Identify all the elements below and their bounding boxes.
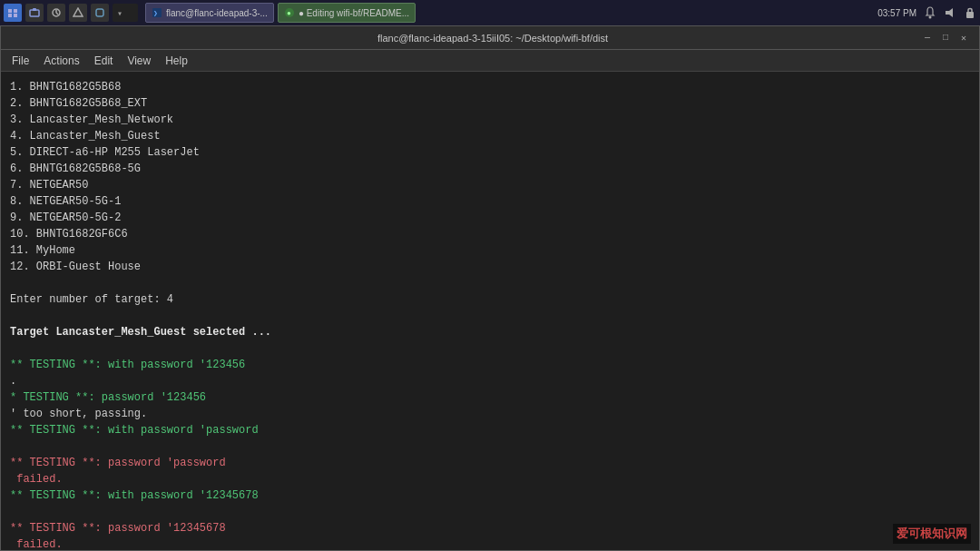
svg-text:❯: ❯	[153, 9, 158, 17]
terminal-title: flanc@flanc-ideapad-3-15iiI05: ~/Desktop…	[64, 33, 921, 44]
menu-file[interactable]: File	[5, 53, 36, 69]
svg-rect-19	[966, 12, 974, 18]
terminal-line: 8. NETGEAR50-5G-1	[10, 193, 970, 210]
terminal-line: ** TESTING **: password '12345678	[10, 520, 970, 536]
taskbar-terminal-button[interactable]: ❯ flanc@flanc-ideapad-3-...	[145, 3, 274, 23]
terminal-line: ' too short, passing.	[10, 406, 970, 422]
terminal-output[interactable]: 1. BHNTG1682G5B682. BHNTG1682G5B68_EXT3.…	[1, 72, 979, 550]
taskbar-icon-2[interactable]	[25, 4, 44, 22]
svg-line-8	[56, 13, 58, 15]
terminal-line	[10, 308, 970, 324]
terminal-line: Target Lancaster_Mesh_Guest selected ...	[10, 324, 970, 340]
menu-bar: File Actions Edit View Help	[1, 50, 979, 72]
svg-rect-10	[96, 9, 103, 16]
terminal-line: * TESTING **: password '123456	[10, 389, 970, 406]
terminal-line: 7. NETGEAR50	[10, 177, 970, 193]
notification-icon[interactable]	[924, 6, 936, 19]
terminal-line: failed.	[10, 536, 970, 550]
taskbar-terminal-label: flanc@flanc-ideapad-3-...	[166, 8, 268, 18]
svg-rect-0	[8, 9, 12, 13]
terminal-line: ** TESTING **: with password 'password	[10, 422, 970, 438]
svg-text:▾: ▾	[117, 9, 122, 18]
terminal-line: 9. NETGEAR50-5G-2	[10, 210, 970, 226]
terminal-line: 4. Lancaster_Mesh_Guest	[10, 128, 970, 144]
lock-icon[interactable]	[964, 6, 976, 19]
svg-marker-9	[74, 8, 83, 16]
terminal-line: 2. BHNTG1682G5B68_EXT	[10, 95, 970, 112]
close-button[interactable]: ✕	[957, 32, 970, 44]
taskbar-icon-3[interactable]	[47, 4, 65, 22]
taskbar-icon-1[interactable]	[4, 4, 22, 22]
taskbar-system-icons: ▾	[4, 4, 138, 22]
speaker-icon[interactable]	[944, 6, 956, 19]
svg-rect-17	[946, 11, 949, 15]
taskbar-icon-5[interactable]	[91, 4, 109, 22]
terminal-line: 12. ORBI-Guest House	[10, 259, 970, 275]
taskbar-icon-4[interactable]	[69, 4, 87, 22]
terminal-line: 6. BHNTG1682G5B68-5G	[10, 161, 970, 177]
terminal-line: ** TESTING **: with password '12345678	[10, 487, 970, 504]
svg-rect-5	[33, 8, 36, 11]
menu-view[interactable]: View	[120, 53, 158, 69]
terminal-line: 11. MyHome	[10, 242, 970, 259]
menu-actions[interactable]: Actions	[36, 53, 86, 69]
terminal-line: ** TESTING **: password 'password	[10, 455, 970, 471]
svg-marker-18	[949, 8, 953, 17]
svg-rect-1	[14, 9, 17, 13]
taskbar-editor-button[interactable]: ● ● Editing wifi-bf/README...	[278, 3, 416, 23]
terminal-window: flanc@flanc-ideapad-3-15iiI05: ~/Desktop…	[0, 25, 980, 551]
watermark: 爱可根知识网	[893, 524, 971, 544]
window-controls: — □ ✕	[921, 32, 970, 44]
terminal-line: 1. BHNTG1682G5B68	[10, 79, 970, 95]
minimize-button[interactable]: —	[921, 32, 934, 44]
svg-rect-4	[30, 10, 39, 16]
terminal-line: ** TESTING **: with password '123456	[10, 357, 970, 373]
menu-help[interactable]: Help	[158, 53, 195, 69]
terminal-line	[10, 275, 970, 291]
svg-rect-2	[8, 14, 12, 17]
taskbar-editor-label: ● Editing wifi-bf/README...	[299, 8, 409, 18]
taskbar-right-area: 03:57 PM	[877, 6, 976, 19]
taskbar-time: 03:57 PM	[877, 8, 916, 18]
terminal-line: Enter number of target: 4	[10, 291, 970, 308]
taskbar: ▾ ❯ flanc@flanc-ideapad-3-... ● ● Editin…	[0, 0, 980, 25]
terminal-titlebar: flanc@flanc-ideapad-3-15iiI05: ~/Desktop…	[1, 26, 979, 50]
taskbar-dropdown[interactable]: ▾	[113, 4, 138, 22]
maximize-button[interactable]: □	[939, 32, 952, 44]
terminal-line	[10, 504, 970, 520]
svg-text:●: ●	[287, 9, 291, 17]
menu-edit[interactable]: Edit	[87, 53, 121, 69]
terminal-line: failed.	[10, 471, 970, 487]
terminal-line: 3. Lancaster_Mesh_Network	[10, 112, 970, 128]
svg-rect-3	[14, 14, 17, 17]
terminal-line: 5. DIRECT-a6-HP M255 LaserJet	[10, 144, 970, 161]
terminal-line: 10. BHNTG1682GF6C6	[10, 226, 970, 242]
terminal-line	[10, 438, 970, 455]
svg-point-16	[929, 16, 932, 19]
terminal-line: .	[10, 373, 970, 389]
terminal-line	[10, 340, 970, 357]
